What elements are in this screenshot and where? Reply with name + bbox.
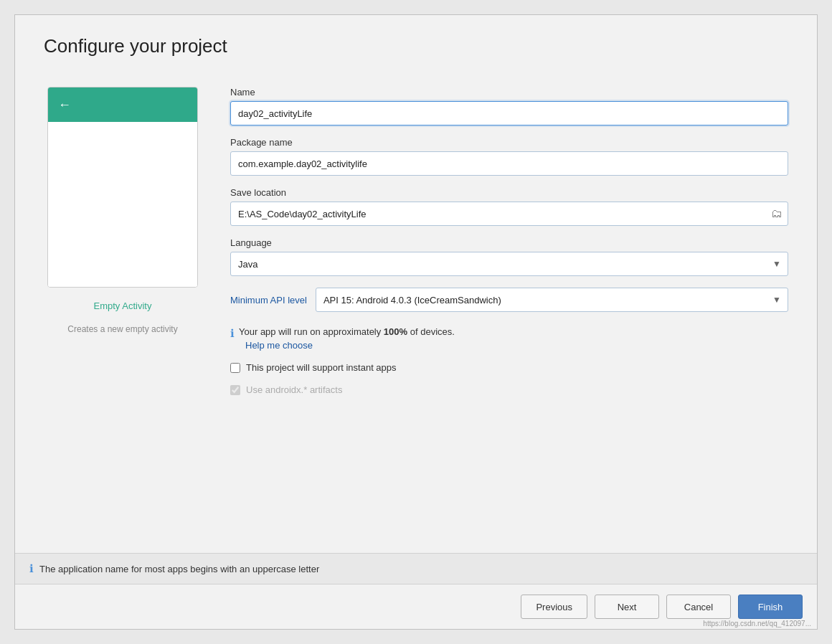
cancel-button[interactable]: Cancel <box>666 595 731 619</box>
bottom-info-icon: ℹ <box>29 562 34 575</box>
previous-button[interactable]: Previous <box>521 595 587 619</box>
package-group: Package name <box>230 137 788 176</box>
save-location-group: Save location 🗂 <box>230 187 788 226</box>
name-group: Name <box>230 87 788 126</box>
watermark: https://blog.csdn.net/qq_412097... <box>703 620 811 628</box>
save-label: Save location <box>230 187 788 198</box>
save-input[interactable] <box>230 202 788 226</box>
package-input[interactable] <box>230 151 788 176</box>
instant-apps-row: This project will support instant apps <box>230 362 788 373</box>
bottom-info-bar: ℹ The application name for most apps beg… <box>15 553 817 584</box>
folder-icon[interactable]: 🗂 <box>771 207 783 220</box>
save-input-wrapper: 🗂 <box>230 202 788 226</box>
configure-project-dialog: Configure your project ← Empty Activity … <box>14 14 818 630</box>
instant-apps-checkbox[interactable] <box>230 363 240 373</box>
name-label: Name <box>230 87 788 98</box>
bottom-info-text: The application name for most apps begin… <box>39 564 319 574</box>
right-panel-content: Name Package name Save location 🗂 <box>230 87 788 395</box>
preview-body <box>48 122 197 287</box>
name-input[interactable] <box>230 101 788 126</box>
language-label: Language <box>230 237 788 248</box>
back-arrow-icon: ← <box>58 98 71 113</box>
androidx-row: Use androidx.* artifacts <box>230 384 788 395</box>
device-coverage-row: ℹ Your app will run on approximately 100… <box>230 323 788 351</box>
api-row: Minimum API level API 15: Android 4.0.3 … <box>230 288 788 312</box>
right-panel: Name Package name Save location 🗂 <box>230 37 788 539</box>
creates-label: Creates a new empty activity <box>67 324 177 334</box>
instant-apps-label: This project will support instant apps <box>246 362 397 373</box>
page-title: Configure your project <box>44 35 227 57</box>
language-select[interactable]: Java Kotlin <box>230 252 788 276</box>
help-link[interactable]: Help me choose <box>245 340 788 351</box>
package-label: Package name <box>230 137 788 148</box>
language-group: Language Java Kotlin ▼ <box>230 237 788 276</box>
info-text: Your app will run on approximately 100% … <box>239 326 455 337</box>
next-button[interactable]: Next <box>595 595 659 619</box>
info-icon: ℹ <box>230 327 235 340</box>
api-select-wrapper: API 15: Android 4.0.3 (IceCreamSandwich)… <box>316 288 788 312</box>
activity-preview: ← <box>47 87 198 288</box>
finish-button[interactable]: Finish <box>738 595 803 619</box>
info-row: ℹ Your app will run on approximately 100… <box>230 326 788 340</box>
activity-label: Empty Activity <box>94 300 152 311</box>
dialog-footer: Previous Next Cancel Finish <box>15 584 817 629</box>
preview-header: ← <box>48 87 197 122</box>
androidx-checkbox[interactable] <box>230 385 240 395</box>
left-panel: ← Empty Activity Creates a new empty act… <box>44 37 202 539</box>
language-select-wrapper: Java Kotlin ▼ <box>230 252 788 276</box>
androidx-label: Use androidx.* artifacts <box>246 384 342 395</box>
api-select[interactable]: API 15: Android 4.0.3 (IceCreamSandwich)… <box>316 288 788 312</box>
dialog-body: ← Empty Activity Creates a new empty act… <box>15 15 817 553</box>
api-label: Minimum API level <box>230 295 307 306</box>
